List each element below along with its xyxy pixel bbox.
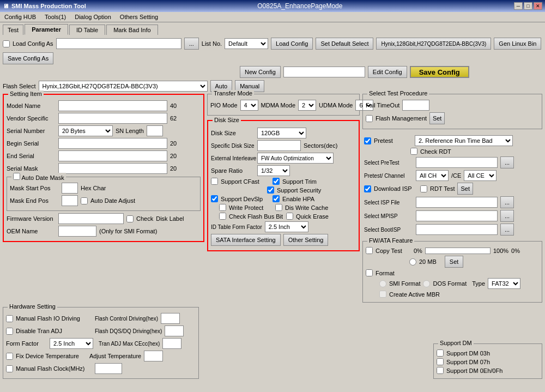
maximize-button[interactable]: □ <box>524 2 532 10</box>
select-isp-file-input[interactable]: ISP2246XT.bin <box>416 197 498 208</box>
mdma-mode-select[interactable]: 2 <box>298 100 316 111</box>
external-interleave-select[interactable]: FW Auto Optimization <box>257 153 334 164</box>
fail-timeout-input[interactable]: 600 <box>402 100 429 111</box>
copy-radio[interactable] <box>409 258 416 266</box>
close-button[interactable]: ✕ <box>534 2 542 10</box>
end-serial-input[interactable]: AA000000000001000 <box>58 150 167 161</box>
load-config-as-checkbox[interactable] <box>3 40 10 47</box>
flash-chip-button[interactable]: Hynix,128Gbit,H27QDG8T2EDA-BBC(3V3) <box>376 38 491 50</box>
auto-date-mask-checkbox[interactable] <box>13 173 20 180</box>
check-checkbox[interactable] <box>126 215 134 222</box>
tab-test[interactable]: Test <box>3 25 23 35</box>
mask-start-input[interactable]: 3 <box>62 183 78 194</box>
form-factor-select[interactable]: 2.5 Inch <box>50 338 93 349</box>
write-protect-checkbox[interactable] <box>219 204 226 211</box>
flash-control-driving-input[interactable]: 77 <box>161 313 180 324</box>
mask-end-input[interactable]: 10 <box>62 195 78 206</box>
tab-mark-bad-info[interactable]: Mark Bad Info <box>106 25 158 35</box>
flash-management-set-button[interactable]: Set <box>429 112 445 124</box>
support-security-label: Support Security <box>277 187 321 194</box>
manual-flash-clock-checkbox[interactable] <box>6 365 13 372</box>
begin-serial-input[interactable]: AA00000000000000527 <box>58 138 167 149</box>
pio-mode-select[interactable]: 4 <box>240 100 258 111</box>
sn-length-input[interactable]: 20 <box>147 125 163 136</box>
serial-mask-input[interactable]: AA################ <box>58 163 167 174</box>
flash-select-dropdown[interactable]: Hynix,128Gbit,H27QDG8T2EDA-BBC(3V3) <box>39 81 208 92</box>
spare-ratio-select[interactable]: 1/32 <box>257 165 290 176</box>
save-config-as-button[interactable]: Save Config As <box>3 52 53 64</box>
rdt-test-checkbox[interactable] <box>420 185 427 192</box>
load-config-button[interactable]: Load Config <box>271 38 313 50</box>
rdt-set-button[interactable]: Set <box>457 183 473 195</box>
dm-07h-checkbox[interactable] <box>437 358 444 365</box>
model-name-input[interactable]: SAMSUNG SM2246XT <box>58 100 167 111</box>
quick-erase-checkbox[interactable] <box>286 213 293 220</box>
other-setting-button[interactable]: Other Setting <box>283 234 329 246</box>
tran-adj-max-input[interactable]: 0 <box>162 338 181 349</box>
smi-format-radio[interactable] <box>379 280 386 287</box>
list-no-select[interactable]: Default <box>225 38 268 49</box>
set-default-select-button[interactable]: Set Default Select <box>316 38 373 50</box>
manual-flash-clock-input[interactable]: 200 <box>95 363 122 374</box>
pretest-checkbox[interactable] <box>364 137 371 144</box>
format-checkbox[interactable] <box>366 269 373 276</box>
dm-03h-checkbox[interactable] <box>437 349 444 357</box>
channel-select[interactable]: All CH <box>416 170 449 181</box>
menu-config-hub[interactable]: Config HUB <box>3 13 38 21</box>
specific-disk-size-input[interactable]: 13000000 <box>257 140 301 151</box>
flash-dqs-dq-input[interactable]: 77 <box>165 325 184 336</box>
fix-device-temp-checkbox[interactable] <box>6 353 13 360</box>
menu-tools[interactable]: Tools(1) <box>43 13 68 21</box>
sata-interface-setting-button[interactable]: SATA Interface Setting <box>211 234 281 246</box>
dos-format-radio[interactable] <box>423 280 430 287</box>
select-isp-file-browse-button[interactable]: ... <box>500 196 514 208</box>
create-active-mbr-checkbox[interactable] <box>379 291 386 298</box>
flash-management-checkbox[interactable] <box>366 115 373 122</box>
select-bootp-input[interactable]: BootISP2246.bin <box>416 224 498 235</box>
check-flash-bus-bit-checkbox[interactable] <box>219 213 226 220</box>
select-pretest-input[interactable]: PTEST2246.bin <box>416 157 498 168</box>
title-bar-controls[interactable]: ─ □ ✕ <box>514 2 542 10</box>
all-ce-select[interactable]: All CE <box>464 170 496 181</box>
fw-set-button[interactable]: Set <box>445 256 464 268</box>
manual-flash-io-checkbox[interactable] <box>6 315 13 322</box>
disk-size-select[interactable]: 120GB <box>257 128 306 138</box>
support-trim-checkbox[interactable] <box>272 178 280 185</box>
menu-others-setting[interactable]: Others Setting <box>118 13 160 21</box>
pretest-select[interactable]: 2. Reference Run Time Bad <box>415 135 513 146</box>
dm-03h-row: Support DM 03h <box>437 349 539 357</box>
support-devsip-checkbox[interactable] <box>211 195 218 202</box>
select-mpisp-input[interactable]: MPISP2246.bin <box>416 210 498 221</box>
disable-tran-adj-checkbox[interactable] <box>6 328 13 335</box>
minimize-button[interactable]: ─ <box>514 2 523 10</box>
gen-linux-bin-button[interactable]: Gen Linux Bin <box>494 38 541 50</box>
auto-date-adjust-checkbox[interactable] <box>81 197 88 204</box>
menu-dialog-option[interactable]: Dialog Option <box>73 13 113 21</box>
browse-button[interactable]: ... <box>184 38 199 50</box>
dm-0eh-0fh-checkbox[interactable] <box>437 367 444 374</box>
adjust-temp-input[interactable]: 0 <box>144 351 163 361</box>
check-rdt-checkbox[interactable] <box>410 148 417 155</box>
dis-write-cache-checkbox[interactable] <box>275 204 282 211</box>
firmware-version-input[interactable] <box>58 213 124 224</box>
serial-number-select[interactable]: 20 Bytes <box>58 125 113 136</box>
tab-id-table[interactable]: ID Table <box>69 25 105 35</box>
support-security-checkbox[interactable] <box>267 186 274 194</box>
download-isp-checkbox[interactable] <box>364 185 371 192</box>
tab-parameter[interactable]: Parameter <box>25 24 68 35</box>
oem-name-input[interactable]: DISKDISK <box>58 226 96 237</box>
select-mpisp-browse-button[interactable]: ... <box>500 210 514 222</box>
id-table-form-factor-select[interactable]: 2.5 Inch <box>265 221 308 232</box>
load-config-as-input[interactable] <box>56 38 181 49</box>
enable-hpa-checkbox[interactable] <box>272 195 280 202</box>
select-pretest-browse-button[interactable]: ... <box>500 156 514 168</box>
fat32-select[interactable]: FAT32 <box>488 278 520 289</box>
vendor-specific-input[interactable]: SAMSUNG SM2246XT <box>58 113 167 124</box>
new-config-button[interactable]: New Config <box>240 66 281 78</box>
support-cfast-checkbox[interactable] <box>211 178 218 185</box>
select-bootp-browse-button[interactable]: ... <box>500 224 514 236</box>
save-config-button[interactable]: Save Config <box>410 66 469 78</box>
copy-test-checkbox[interactable] <box>366 247 373 254</box>
sm2246xt-db-input[interactable]: SM2246XT-DataBase-O0825 <box>283 67 365 77</box>
edit-config-button[interactable]: Edit Config <box>368 66 407 78</box>
